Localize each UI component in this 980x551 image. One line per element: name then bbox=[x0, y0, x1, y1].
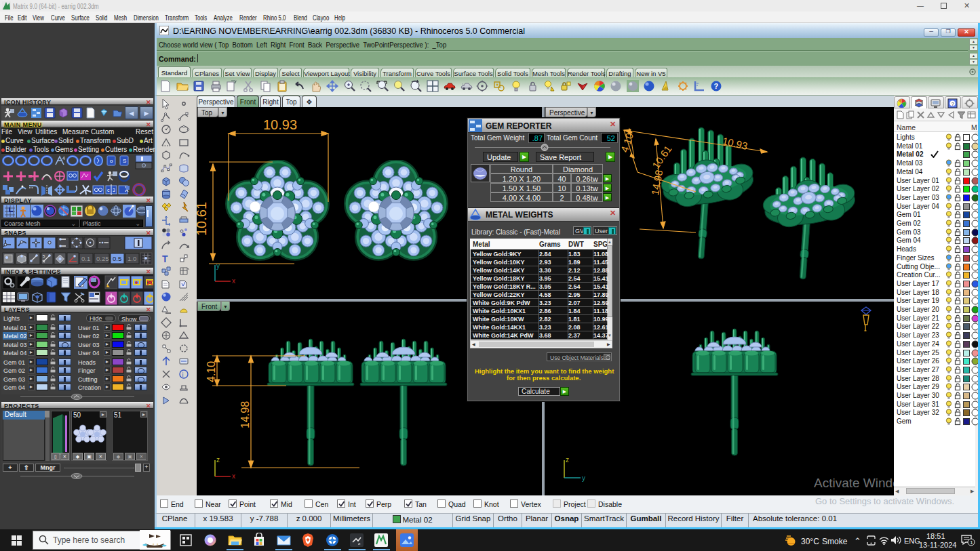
svg-text:0.5: 0.5 bbox=[113, 255, 121, 262]
svg-text:0.25: 0.25 bbox=[96, 255, 109, 262]
svg-text:3: 3 bbox=[113, 188, 115, 192]
svg-text:10.61: 10.61 bbox=[650, 143, 673, 171]
svg-text:10.93: 10.93 bbox=[722, 135, 749, 152]
svg-text:14.98: 14.98 bbox=[649, 169, 665, 196]
svg-text:10.93: 10.93 bbox=[263, 117, 297, 132]
svg-text:14.98: 14.98 bbox=[239, 401, 251, 428]
svg-text:?: ? bbox=[952, 101, 955, 107]
svg-text:1.0: 1.0 bbox=[128, 255, 136, 262]
svg-text:z: z bbox=[566, 456, 569, 464]
svg-text:S: S bbox=[123, 158, 126, 164]
svg-text:10.61: 10.61 bbox=[197, 202, 209, 236]
svg-text:z: z bbox=[216, 456, 220, 464]
svg-text:4: 4 bbox=[62, 156, 65, 161]
svg-text:1: 1 bbox=[970, 539, 973, 546]
svg-text:0.1: 0.1 bbox=[81, 255, 90, 262]
svg-text:?: ? bbox=[714, 82, 719, 90]
svg-text:i: i bbox=[182, 371, 184, 378]
svg-text:x: x bbox=[232, 472, 235, 480]
svg-text:y: y bbox=[216, 262, 220, 270]
svg-text:o: o bbox=[110, 158, 113, 164]
svg-text:4.10: 4.10 bbox=[205, 361, 217, 382]
svg-text:T: T bbox=[162, 253, 168, 264]
svg-text:x: x bbox=[232, 277, 235, 285]
svg-text:y: y bbox=[582, 474, 585, 482]
svg-text:c: c bbox=[107, 188, 110, 192]
